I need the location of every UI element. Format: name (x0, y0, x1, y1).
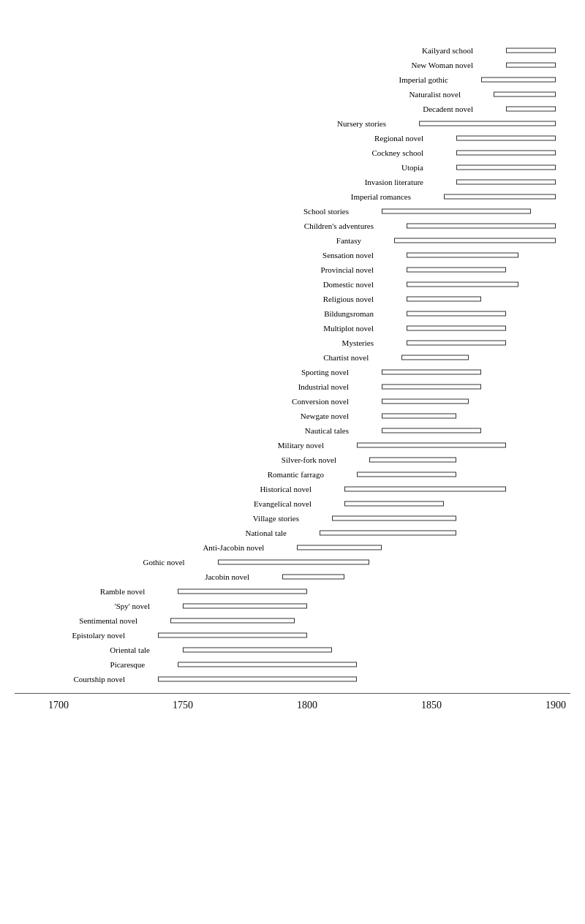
genre-label: Invasion literature (365, 178, 423, 186)
genre-row: Evangelical novel (15, 497, 570, 510)
genre-row: Regional novel (15, 132, 570, 145)
genre-row: Sentimental novel (15, 614, 570, 627)
genre-bar (407, 224, 556, 229)
genre-label: Silver-fork novel (282, 455, 336, 464)
genre-bar (382, 370, 481, 375)
genre-bar (344, 487, 506, 492)
genre-label: Romantic farrago (268, 470, 324, 479)
genre-row: National tale (15, 526, 570, 539)
genre-bar (407, 326, 506, 331)
genre-label: Cockney school (371, 148, 423, 157)
genre-row: Village stories (15, 512, 570, 525)
genre-label: Imperial gothic (399, 75, 448, 84)
genre-label: Nursery stories (337, 119, 386, 128)
genre-row: Religious novel (15, 292, 570, 306)
genre-bar (506, 63, 556, 68)
genre-row: Military novel (15, 439, 570, 452)
genre-bar (481, 77, 556, 83)
genre-bar (456, 136, 556, 141)
genre-bar (382, 399, 469, 404)
genre-bar (506, 48, 556, 53)
genre-row: Cockney school (15, 146, 570, 159)
genre-bar (158, 633, 307, 638)
genre-bar (456, 151, 556, 156)
genre-label: Utopia (401, 163, 423, 172)
genre-label: Picaresque (110, 660, 146, 669)
genre-row: Epistolary novel (15, 629, 570, 642)
genre-row: Newgate novel (15, 409, 570, 423)
genre-label: Sensation novel (322, 251, 374, 260)
genre-label: School stories (303, 207, 349, 216)
genre-label: Regional novel (374, 134, 423, 143)
genre-row: Provincial novel (15, 263, 570, 276)
genre-bar (158, 677, 357, 682)
genre-row: Conversion novel (15, 395, 570, 408)
genre-label: Historical novel (260, 485, 312, 493)
genre-row: Fantasy (15, 234, 570, 247)
timeline-label: 1750 (173, 700, 193, 711)
genre-label: Oriental tale (110, 645, 150, 654)
genre-row: Mysteries (15, 336, 570, 349)
genre-bar (456, 180, 556, 185)
genre-label: 'Spy' novel (115, 602, 150, 610)
genre-label: Conversion novel (292, 397, 349, 406)
genre-label: Sentimental novel (79, 616, 137, 625)
genre-bar (407, 341, 506, 346)
genre-row: Silver-fork novel (15, 453, 570, 466)
genre-row: Courtship novel (15, 673, 570, 686)
genre-row: Sporting novel (15, 366, 570, 379)
genre-row: Naturalist novel (15, 88, 570, 101)
genre-row: Imperial gothic (15, 73, 570, 86)
genre-label: Naturalist novel (409, 90, 461, 99)
genre-bar (506, 107, 556, 112)
genre-row: Kailyard school (15, 44, 570, 57)
genre-label: Evangelical novel (254, 499, 312, 508)
genre-bar (357, 443, 506, 448)
genre-bar (407, 268, 506, 273)
genre-bar (183, 648, 332, 653)
genre-label: New Woman novel (412, 61, 473, 69)
genre-label: Jacobin novel (205, 572, 249, 581)
genre-row: Industrial novel (15, 380, 570, 393)
genre-row: Utopia (15, 161, 570, 174)
genre-row: Historical novel (15, 482, 570, 496)
genre-label: Mysteries (342, 338, 374, 347)
genre-row: Picaresque (15, 658, 570, 671)
chart-area: Kailyard schoolNew Woman novelImperial g… (15, 44, 570, 686)
genre-bar (170, 618, 295, 624)
genre-row: Jacobin novel (15, 570, 570, 583)
genre-bar (297, 545, 382, 550)
genre-bar (407, 253, 518, 258)
genre-row: Nautical tales (15, 424, 570, 437)
genre-label: Nautical tales (305, 426, 349, 435)
genre-bar (332, 516, 456, 521)
genre-bar (218, 560, 369, 565)
genre-bar (369, 458, 456, 463)
genre-bar (494, 92, 556, 97)
genre-label: Anti-Jacobin novel (203, 543, 264, 552)
genre-bar (456, 165, 556, 170)
genre-label: Village stories (253, 514, 299, 523)
genre-label: Chartist novel (323, 353, 369, 362)
timeline-label: 1900 (546, 700, 566, 711)
genre-label: Domestic novel (323, 280, 374, 289)
genre-row: Bildungsroman (15, 307, 570, 320)
genre-bar (382, 385, 481, 390)
genre-bar (382, 414, 456, 419)
timeline-label: 1850 (421, 700, 442, 711)
genre-label: Kailyard school (422, 46, 473, 55)
genre-row: Decadent novel (15, 102, 570, 116)
genre-bar (382, 209, 531, 214)
genre-row: Ramble novel (15, 585, 570, 598)
genre-bar (407, 311, 506, 317)
genre-row: Oriental tale (15, 643, 570, 656)
genre-label: Imperial romances (351, 192, 411, 201)
genre-label: Decadent novel (423, 105, 473, 113)
genre-bar (407, 297, 481, 302)
genre-label: Provincial novel (321, 265, 374, 274)
timeline: 17001750180018501900 (15, 693, 570, 722)
timeline-label: 1800 (297, 700, 317, 711)
genre-label: Children's adventures (304, 221, 374, 230)
genre-row: Imperial romances (15, 190, 570, 203)
genre-row: Invasion literature (15, 175, 570, 189)
